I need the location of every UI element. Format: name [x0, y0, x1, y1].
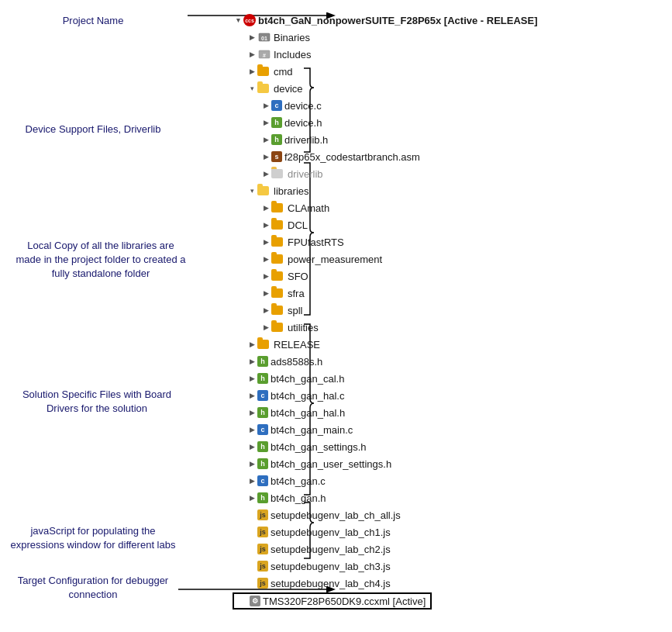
tree-item-binaries[interactable]: ▶ 01 Binaries: [233, 29, 672, 46]
tree-item-device-h[interactable]: ▶ h device.h: [233, 114, 672, 131]
bt4ch-gan-c-label: bt4ch_gan.c: [271, 475, 326, 487]
h-badge-7: h: [257, 458, 268, 469]
annotation-javascript: javaScript for populating the expression…: [8, 524, 178, 552]
h-badge-6: h: [257, 441, 268, 452]
tree-item-setup-ch1-js[interactable]: ▶ js setupdebugenv_lab_ch1.js: [233, 523, 672, 540]
h-badge-4: h: [257, 373, 268, 384]
js-badge-5: js: [257, 578, 268, 589]
binaries-icon: 01: [257, 31, 271, 43]
clamath-folder-icon: [271, 202, 285, 214]
driverlib-folder-label: driverlib: [288, 168, 323, 180]
tree-item-sfra[interactable]: ▶ sfra: [233, 285, 672, 302]
includes-icon: #: [257, 48, 271, 60]
setup-ch4-js-label: setupdebugenv_lab_ch4.js: [271, 578, 391, 589]
tree-item-device[interactable]: ▾ device: [233, 80, 672, 97]
sfra-folder-icon: [271, 287, 285, 299]
tree-item-setup-ch4-js[interactable]: ▶ js setupdebugenv_lab_ch4.js: [233, 575, 672, 592]
tree-item-device-c[interactable]: ▶ c device.c: [233, 97, 672, 114]
tree-item-release[interactable]: ▶ RELEASE: [233, 336, 672, 353]
tree-item-includes[interactable]: ▶ # Includes: [233, 46, 672, 63]
setup-ch3-js-label: setupdebugenv_lab_ch3.js: [271, 561, 391, 572]
c-badge-4: c: [257, 475, 268, 486]
cmd-label: cmd: [274, 66, 293, 78]
tree-item-driverlib-folder[interactable]: ▶ driverlib: [233, 165, 672, 182]
c-badge-3: c: [257, 424, 268, 435]
tree-item-spll[interactable]: ▶ spll: [233, 302, 672, 319]
tree-item-bt4ch-gan-user-settings-h[interactable]: ▶ h bt4ch_gan_user_settings.h: [233, 455, 672, 472]
includes-label: Includes: [274, 49, 311, 60]
tree-item-sfo[interactable]: ▶ SFO: [233, 268, 672, 285]
tree-item-bt4ch-gan-hal-h[interactable]: ▶ h bt4ch_gan_hal.h: [233, 404, 672, 421]
tree-item-power-measurement[interactable]: ▶ power_measurement: [233, 250, 672, 268]
tree-item-asm[interactable]: ▶ s f28p65x_codestartbranch.asm: [233, 148, 672, 165]
tree-item-setup-ch2-js[interactable]: ▶ js setupdebugenv_lab_ch2.js: [233, 540, 672, 558]
device-label: device: [274, 83, 303, 95]
driverlib-folder-icon: [271, 167, 285, 180]
tree-item-bt4ch-gan-settings-h[interactable]: ▶ h bt4ch_gan_settings.h: [233, 438, 672, 455]
annotation-device-support: Device Support Files, Driverlib: [8, 123, 178, 136]
js-badge-4: js: [257, 561, 268, 572]
h-badge-2: h: [271, 134, 282, 145]
svg-text:01: 01: [261, 36, 267, 41]
h-badge-5: h: [257, 407, 268, 418]
annotation-local-copy: Local Copy of all the libraries aremade …: [8, 239, 194, 281]
sfo-label: SFO: [288, 271, 308, 282]
tree-item-driverlib-h[interactable]: ▶ h driverlib.h: [233, 131, 672, 148]
dcl-label: DCL: [288, 219, 308, 231]
tree-item-clamath[interactable]: ▶ CLAmath: [233, 199, 672, 216]
utilities-folder-icon: [271, 321, 285, 333]
tree-item-cmd[interactable]: ▶ cmd: [233, 63, 672, 80]
tree-item-ccxml[interactable]: ▶ ⚙ TMS320F28P650DK9.ccxml [Active]: [233, 592, 432, 610]
h-badge-8: h: [257, 492, 268, 503]
tree-item-bt4ch-gan-main-c[interactable]: ▶ c bt4ch_gan_main.c: [233, 421, 672, 438]
expand-root[interactable]: ▾: [233, 16, 243, 24]
tree-item-bt4ch-gan-cal-h[interactable]: ▶ h bt4ch_gan_cal.h: [233, 370, 672, 387]
bt4ch-gan-h-label: bt4ch_gan.h: [271, 492, 326, 504]
tree-item-fpufastrts[interactable]: ▶ FPUfastRTS: [233, 233, 672, 250]
tree-root[interactable]: ▾ ccs bt4ch_GaN_nonpowerSUITE_F28P65x [A…: [233, 12, 672, 29]
tree-item-ads8588s-h[interactable]: ▶ h ads8588s.h: [233, 353, 672, 370]
annotation-panel: Project Name Device Support Files, Drive…: [0, 8, 217, 624]
asm-label: f28p65x_codestartbranch.asm: [284, 151, 420, 163]
setup-all-js-label: setupdebugenv_lab_ch_all.js: [271, 509, 401, 521]
s-badge: s: [271, 151, 282, 162]
ccxml-label: TMS320F28P650DK9.ccxml [Active]: [263, 596, 426, 607]
ccs-icon: ccs: [243, 14, 256, 26]
annotation-target-config: Target Configuration for debuggerconnect…: [8, 574, 178, 602]
libraries-label: libraries: [274, 185, 309, 197]
root-label: bt4ch_GaN_nonpowerSUITE_F28P65x [Active …: [258, 15, 537, 26]
c-badge: c: [271, 100, 282, 111]
tree-item-libraries[interactable]: ▾ libraries: [233, 182, 672, 199]
clamath-label: CLAmath: [288, 202, 329, 214]
tree-item-bt4ch-gan-h[interactable]: ▶ h bt4ch_gan.h: [233, 489, 672, 506]
tree-item-setup-ch3-js[interactable]: ▶ js setupdebugenv_lab_ch3.js: [233, 558, 672, 575]
tree-item-dcl[interactable]: ▶ DCL: [233, 216, 672, 233]
c-badge-2: c: [257, 390, 268, 401]
tree-panel: ▾ ccs bt4ch_GaN_nonpowerSUITE_F28P65x [A…: [217, 8, 672, 624]
tree-item-bt4ch-gan-hal-c[interactable]: ▶ c bt4ch_gan_hal.c: [233, 387, 672, 404]
main-container: Project Name Device Support Files, Drive…: [0, 0, 672, 632]
release-label: RELEASE: [274, 339, 320, 351]
tree-item-utilities[interactable]: ▶ utilities: [233, 319, 672, 336]
setup-ch2-js-label: setupdebugenv_lab_ch2.js: [271, 544, 391, 555]
fpufastrts-folder-icon: [271, 236, 285, 248]
js-badge-2: js: [257, 527, 268, 537]
annotation-solution-specific: Solution Specific Files with BoardDriver…: [8, 388, 186, 416]
tree-item-setup-all-js[interactable]: ▶ js setupdebugenv_lab_ch_all.js: [233, 506, 672, 523]
setup-ch1-js-label: setupdebugenv_lab_ch1.js: [271, 527, 391, 538]
ads8588s-h-label: ads8588s.h: [271, 356, 322, 368]
dcl-folder-icon: [271, 219, 285, 231]
bt4ch-gan-cal-h-label: bt4ch_gan_cal.h: [271, 373, 344, 385]
device-folder-icon: [257, 82, 271, 95]
release-folder-icon: [257, 338, 271, 351]
driverlib-h-label: driverlib.h: [284, 134, 328, 146]
device-h-label: device.h: [284, 117, 322, 129]
spll-folder-icon: [271, 304, 285, 316]
fpufastrts-label: FPUfastRTS: [288, 237, 344, 248]
binaries-label: Binaries: [274, 32, 310, 43]
h-badge: h: [271, 117, 282, 128]
svg-text:#: #: [263, 53, 266, 58]
sfra-label: sfra: [288, 288, 305, 299]
tree-item-bt4ch-gan-c[interactable]: ▶ c bt4ch_gan.c: [233, 472, 672, 489]
power-measurement-folder-icon: [271, 253, 285, 265]
